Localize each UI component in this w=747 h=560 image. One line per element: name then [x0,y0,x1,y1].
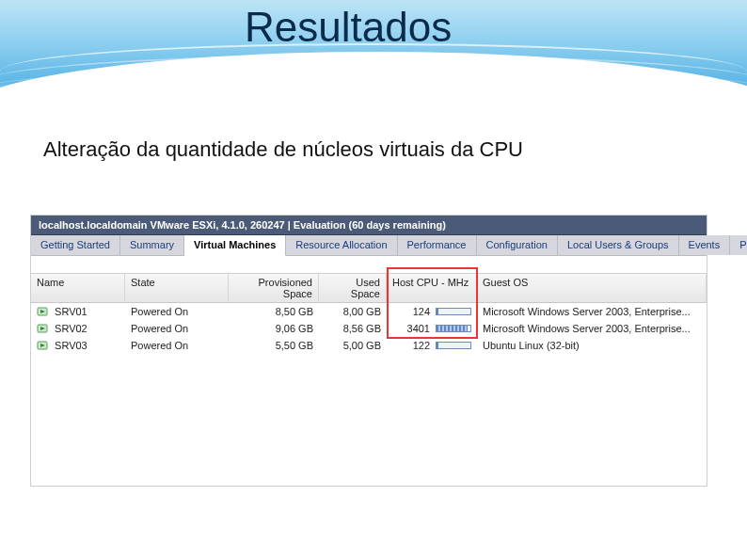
tab-summary[interactable]: Summary [120,235,184,255]
host-identifier-bar: localhost.localdomain VMware ESXi, 4.1.0… [31,216,707,235]
cell-cpu: 3401 [387,320,477,337]
cell-name: SRV01 [31,303,125,320]
cell-provisioned: 8,50 GB [229,303,319,320]
cell-provisioned: 5,50 GB [229,337,319,354]
table-row[interactable]: SRV02 Powered On 9,06 GB 8,56 GB 3401 Mi… [31,320,707,337]
cell-used: 8,56 GB [319,320,387,337]
tab-configuration[interactable]: Configuration [477,235,558,255]
cell-state: Powered On [125,320,229,337]
vm-name: SRV01 [55,306,87,317]
col-provisioned[interactable]: Provisioned Space [229,273,319,303]
table-row[interactable]: SRV01 Powered On 8,50 GB 8,00 GB 124 Mic… [31,303,707,320]
cell-name: SRV03 [31,337,125,354]
cell-used: 5,00 GB [319,337,387,354]
cpu-value: 122 [398,340,430,351]
cell-provisioned: 9,06 GB [229,320,319,337]
tab-getting-started[interactable]: Getting Started [31,235,120,255]
toolbar-gap [31,256,707,273]
col-name[interactable]: Name [31,273,125,303]
cpu-value: 3401 [398,323,430,334]
col-host-cpu[interactable]: Host CPU - MHz [387,273,477,303]
cell-name: SRV02 [31,320,125,337]
col-state[interactable]: State [125,273,229,303]
tab-permissions-truncated[interactable]: Pe [730,235,747,255]
page-subtitle: Alteração da quantidade de núcleos virtu… [43,137,523,162]
vm-powered-on-icon [37,340,48,351]
page-title: Resultados [245,4,452,51]
grid-header: Name State Provisioned Space Used Space … [31,273,707,303]
tab-events[interactable]: Events [679,235,731,255]
cpu-bar [436,342,471,349]
cell-guest: Microsoft Windows Server 2003, Enterpris… [477,303,707,320]
col-used-space[interactable]: Used Space [319,273,387,303]
cpu-bar [436,325,471,332]
tab-resource-allocation[interactable]: Resource Allocation [286,235,397,255]
tab-local-users-groups[interactable]: Local Users & Groups [558,235,679,255]
grid-empty-area [31,354,707,486]
cell-cpu: 124 [387,303,477,320]
tab-strip: Getting Started Summary Virtual Machines… [31,235,707,256]
vm-powered-on-icon [37,306,48,317]
table-row[interactable]: SRV03 Powered On 5,50 GB 5,00 GB 122 Ubu… [31,337,707,354]
slide: Resultados Alteração da quantidade de nú… [0,0,747,560]
vm-powered-on-icon [37,323,48,334]
cell-state: Powered On [125,337,229,354]
cpu-value: 124 [398,306,430,317]
tab-virtual-machines[interactable]: Virtual Machines [184,235,286,256]
cell-cpu: 122 [387,337,477,354]
cpu-bar [436,308,471,315]
vm-name: SRV02 [55,323,87,334]
tab-performance[interactable]: Performance [398,235,477,255]
cell-guest: Microsoft Windows Server 2003, Enterpris… [477,320,707,337]
col-guest-os[interactable]: Guest OS [477,273,707,303]
cell-used: 8,00 GB [319,303,387,320]
vsphere-screenshot: localhost.localdomain VMware ESXi, 4.1.0… [30,215,707,487]
vm-name: SRV03 [55,340,87,351]
cell-state: Powered On [125,303,229,320]
cell-guest: Ubuntu Linux (32-bit) [477,337,707,354]
